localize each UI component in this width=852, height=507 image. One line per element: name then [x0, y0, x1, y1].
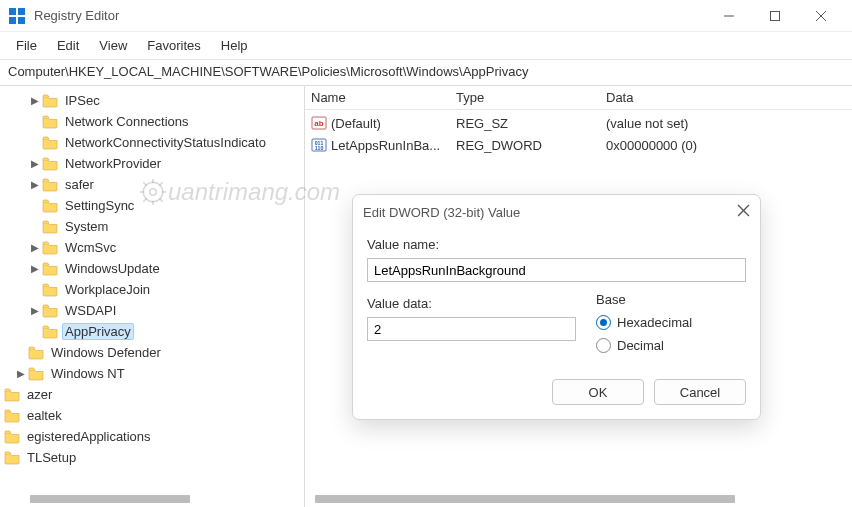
tree-node[interactable]: ▶WcmSvc: [6, 237, 304, 258]
tree-node-label: egisteredApplications: [24, 428, 154, 445]
tree-node-label: azer: [24, 386, 55, 403]
tree-node-label: System: [62, 218, 111, 235]
tree-node[interactable]: ▶safer: [6, 174, 304, 195]
maximize-button[interactable]: [752, 0, 798, 32]
expand-caret-icon[interactable]: ▶: [28, 179, 42, 190]
tree-node-label: Network Connections: [62, 113, 192, 130]
minimize-button[interactable]: [706, 0, 752, 32]
folder-icon: [42, 262, 58, 276]
window-title: Registry Editor: [34, 8, 706, 23]
value-data: (value not set): [606, 116, 852, 131]
menu-view[interactable]: View: [89, 34, 137, 57]
registry-tree[interactable]: ▶IPSecNetwork ConnectionsNetworkConnecti…: [0, 90, 304, 468]
folder-icon: [42, 241, 58, 255]
values-list[interactable]: ab(Default)REG_SZ(value not set)011110Le…: [305, 110, 852, 156]
tree-node-label: WSDAPI: [62, 302, 119, 319]
radio-icon: [596, 338, 611, 353]
expand-caret-icon[interactable]: ▶: [28, 158, 42, 169]
tree-node-label: ealtek: [24, 407, 65, 424]
dialog-titlebar: Edit DWORD (32-bit) Value: [353, 195, 760, 229]
tree-panel: ▶IPSecNetwork ConnectionsNetworkConnecti…: [0, 86, 305, 507]
folder-icon: [42, 136, 58, 150]
value-row[interactable]: ab(Default)REG_SZ(value not set): [305, 112, 852, 134]
expand-caret-icon[interactable]: ▶: [28, 263, 42, 274]
tree-node[interactable]: ealtek: [0, 405, 304, 426]
tree-node[interactable]: ▶Windows NT: [6, 363, 304, 384]
tree-node-label: IPSec: [62, 92, 103, 109]
radio-dec-label: Decimal: [617, 338, 664, 353]
folder-icon: [42, 94, 58, 108]
tree-node-label: WindowsUpdate: [62, 260, 163, 277]
close-button[interactable]: [798, 0, 844, 32]
folder-icon: [42, 157, 58, 171]
expand-caret-icon[interactable]: ▶: [28, 242, 42, 253]
tree-node[interactable]: ▶WSDAPI: [6, 300, 304, 321]
tree-horizontal-scrollbar[interactable]: [10, 493, 290, 505]
base-fieldset: Base Hexadecimal Decimal: [596, 292, 746, 361]
folder-icon: [42, 325, 58, 339]
folder-icon: [28, 367, 44, 381]
svg-rect-2: [9, 17, 16, 24]
window-controls: [706, 0, 844, 32]
tree-node[interactable]: TLSetup: [0, 447, 304, 468]
folder-icon: [4, 430, 20, 444]
expand-caret-icon[interactable]: ▶: [28, 305, 42, 316]
dialog-buttons: OK Cancel: [353, 369, 760, 419]
value-row[interactable]: 011110LetAppsRunInBa...REG_DWORD0x000000…: [305, 134, 852, 156]
tree-node-label: Windows Defender: [48, 344, 164, 361]
tree-node[interactable]: azer: [0, 384, 304, 405]
column-name[interactable]: Name: [311, 90, 456, 105]
column-data[interactable]: Data: [606, 90, 852, 105]
dialog-close-button[interactable]: [737, 204, 750, 220]
tree-node[interactable]: AppPrivacy: [6, 321, 304, 342]
cancel-button[interactable]: Cancel: [654, 379, 746, 405]
menu-help[interactable]: Help: [211, 34, 258, 57]
tree-node[interactable]: ▶IPSec: [6, 90, 304, 111]
tree-node-label: TLSetup: [24, 449, 79, 466]
column-type[interactable]: Type: [456, 90, 606, 105]
tree-node[interactable]: Windows Defender: [6, 342, 304, 363]
tree-node-label: WcmSvc: [62, 239, 119, 256]
menu-file[interactable]: File: [6, 34, 47, 57]
list-horizontal-scrollbar[interactable]: [315, 493, 835, 505]
dword-value-icon: 011110: [311, 137, 327, 153]
tree-node[interactable]: Network Connections: [6, 111, 304, 132]
expand-caret-icon[interactable]: ▶: [28, 95, 42, 106]
value-type: REG_DWORD: [456, 138, 606, 153]
radio-decimal[interactable]: Decimal: [596, 338, 746, 353]
value-data-label: Value data:: [367, 296, 576, 311]
folder-icon: [42, 220, 58, 234]
tree-node-label: WorkplaceJoin: [62, 281, 153, 298]
folder-icon: [42, 115, 58, 129]
menu-edit[interactable]: Edit: [47, 34, 89, 57]
svg-rect-0: [9, 8, 16, 15]
tree-node[interactable]: NetworkConnectivityStatusIndicato: [6, 132, 304, 153]
tree-node-label: SettingSync: [62, 197, 137, 214]
folder-icon: [4, 388, 20, 402]
expand-caret-icon[interactable]: ▶: [14, 368, 28, 379]
value-name: LetAppsRunInBa...: [331, 138, 456, 153]
tree-node[interactable]: System: [6, 216, 304, 237]
tree-node[interactable]: egisteredApplications: [0, 426, 304, 447]
value-name-input[interactable]: [367, 258, 746, 282]
folder-icon: [42, 199, 58, 213]
edit-dword-dialog: Edit DWORD (32-bit) Value Value name: Va…: [352, 194, 761, 420]
tree-node-label: NetworkProvider: [62, 155, 164, 172]
svg-rect-5: [771, 11, 780, 20]
tree-node[interactable]: WorkplaceJoin: [6, 279, 304, 300]
tree-node[interactable]: SettingSync: [6, 195, 304, 216]
radio-hexadecimal[interactable]: Hexadecimal: [596, 315, 746, 330]
menu-favorites[interactable]: Favorites: [137, 34, 210, 57]
tree-node[interactable]: ▶WindowsUpdate: [6, 258, 304, 279]
tree-node[interactable]: ▶NetworkProvider: [6, 153, 304, 174]
folder-icon: [4, 409, 20, 423]
folder-icon: [42, 304, 58, 318]
dialog-title: Edit DWORD (32-bit) Value: [363, 205, 737, 220]
value-name: (Default): [331, 116, 456, 131]
value-type: REG_SZ: [456, 116, 606, 131]
string-value-icon: ab: [311, 115, 327, 131]
ok-button[interactable]: OK: [552, 379, 644, 405]
value-data-input[interactable]: [367, 317, 576, 341]
address-bar[interactable]: Computer\HKEY_LOCAL_MACHINE\SOFTWARE\Pol…: [0, 60, 852, 86]
titlebar: Registry Editor: [0, 0, 852, 32]
